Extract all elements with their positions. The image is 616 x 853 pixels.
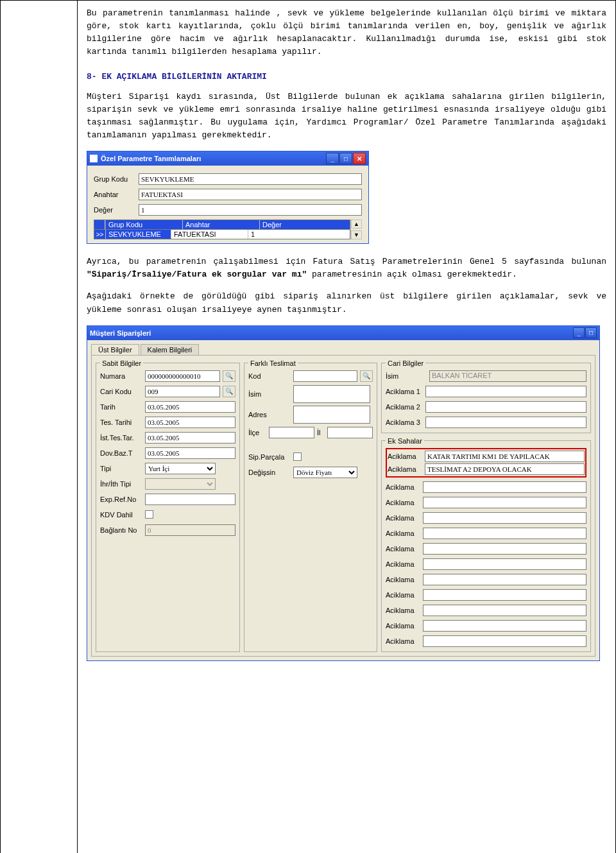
tipi-select[interactable]: Yurt İçi xyxy=(145,463,216,474)
section-8-title: 8- EK AÇIKLAMA BİLGİLERİNİN AKTARIMI xyxy=(87,72,606,82)
param-grid: Grup Kodu Anahtar Değer >> SEVKYUKLEME F… xyxy=(94,220,362,239)
scroll-up-button[interactable]: ▲ xyxy=(351,220,362,228)
ek-input[interactable] xyxy=(423,620,586,632)
ek-input[interactable] xyxy=(423,512,586,524)
grid-row-marker[interactable]: >> xyxy=(94,230,106,239)
cari-isim-label: İsim xyxy=(386,372,423,380)
doc-content: Bu parametrenin tanımlanması halinde , s… xyxy=(78,1,615,853)
grid-header-deger[interactable]: Değer xyxy=(260,220,350,229)
expref-label: Exp.Ref.No xyxy=(100,495,142,503)
numara-label: Numara xyxy=(100,372,142,380)
p3-bold: "Sipariş/İrsaliye/Fatura ek sorgular var… xyxy=(87,270,307,279)
ihrith-label: İhr/İth Tipi xyxy=(100,480,142,488)
adres-label: Adres xyxy=(248,411,291,418)
deger-label: Değer xyxy=(94,206,139,214)
ek-input[interactable] xyxy=(423,481,586,493)
sipparcala-label: Sip.Parçala xyxy=(248,453,291,461)
carikodu-input[interactable] xyxy=(145,386,220,397)
ek-label: Aciklama xyxy=(388,465,421,473)
p3-c: parametresinin açık olması gerekmektedir… xyxy=(307,270,517,279)
grid-cell-grup[interactable]: SEVKYUKLEME xyxy=(106,230,171,239)
aciklama3-input[interactable] xyxy=(425,417,586,428)
maximize-button[interactable]: □ xyxy=(339,153,352,164)
grup-kodu-input[interactable] xyxy=(139,173,362,185)
isttestar-input[interactable] xyxy=(145,432,235,444)
grid-cell-anahtar[interactable]: FATUEKTASI xyxy=(171,230,248,239)
sipparcala-checkbox[interactable] xyxy=(293,452,302,461)
kdvdahil-label: KDV Dahil xyxy=(100,511,142,519)
ihrith-select[interactable] xyxy=(145,478,216,490)
tarih-label: Tarih xyxy=(100,403,142,411)
ek-label: Aciklama xyxy=(386,545,419,553)
ek-input[interactable] xyxy=(423,543,586,555)
degissin-label: Değişsin xyxy=(248,469,291,476)
ek-input[interactable] xyxy=(423,605,586,616)
anahtar-label: Anahtar xyxy=(94,191,139,198)
deger-input[interactable] xyxy=(139,204,362,216)
baglanti-input xyxy=(145,524,235,536)
grid-cell-deger[interactable]: 1 xyxy=(248,230,350,239)
minimize-button[interactable]: _ xyxy=(326,153,339,164)
ek-input-2[interactable] xyxy=(425,463,585,475)
ek-input[interactable] xyxy=(423,635,586,647)
tab-ust-bilgiler[interactable]: Üst Bilgiler xyxy=(91,344,139,355)
isttestar-label: İst.Tes.Tar. xyxy=(100,434,142,442)
grid-header-grup[interactable]: Grup Kodu xyxy=(106,220,183,229)
il-input[interactable] xyxy=(327,427,373,438)
app-icon xyxy=(90,155,98,162)
ek-legend: Ek Sahalar xyxy=(386,437,424,445)
ek-label: Aciklama xyxy=(386,514,419,522)
ilce-label: İlçe xyxy=(248,429,266,436)
aciklama1-label: Aciklama 1 xyxy=(386,388,423,395)
highlighted-ek-rows: Aciklama Aciklama xyxy=(386,448,586,478)
tab-kalem-bilgileri[interactable]: Kalem Bilgileri xyxy=(141,344,200,355)
adres-textarea[interactable] xyxy=(293,406,370,424)
ek-input-1[interactable] xyxy=(425,451,585,462)
aciklama1-input[interactable] xyxy=(425,386,586,397)
ek-label: Aciklama xyxy=(388,452,421,460)
cari-legend: Cari Bilgiler xyxy=(386,359,425,367)
ek-label: Aciklama xyxy=(386,530,419,537)
il-label: İl xyxy=(317,429,325,436)
expref-input[interactable] xyxy=(145,494,235,505)
doc-left-column xyxy=(1,1,78,853)
numara-input[interactable] xyxy=(145,370,220,382)
ek-label: Aciklama xyxy=(386,637,419,645)
minimize-button[interactable]: _ xyxy=(573,327,585,338)
kod-input[interactable] xyxy=(293,370,357,382)
dovbaz-input[interactable] xyxy=(145,447,235,459)
teslimat-legend: Farklı Teslimat xyxy=(248,359,298,367)
ilce-input[interactable] xyxy=(269,427,314,438)
ek-input[interactable] xyxy=(423,497,586,508)
close-button[interactable]: ✕ xyxy=(353,153,366,164)
ek-input[interactable] xyxy=(423,528,586,539)
lookup-icon[interactable]: 🔍 xyxy=(223,386,235,397)
ek-sahalar-fieldset: Ek Sahalar Aciklama Aciklama Aciklama Ac… xyxy=(381,437,591,652)
p3-a: Ayrıca, bu parametrenin çalışabilmesi iç… xyxy=(87,257,606,266)
kdvdahil-checkbox[interactable] xyxy=(145,510,153,519)
tarih-input[interactable] xyxy=(145,401,235,413)
paragraph-2: Müşteri Siparişi kaydı sırasında, Üst Bi… xyxy=(87,90,606,142)
grid-corner xyxy=(94,220,105,230)
maximize-button[interactable]: □ xyxy=(585,327,597,338)
window-title: Özel Parametre Tanımlamaları xyxy=(101,155,201,162)
ek-input[interactable] xyxy=(423,574,586,585)
order-titlebar[interactable]: Müşteri Siparişleri _ □ xyxy=(87,326,599,340)
ek-label: Aciklama xyxy=(386,560,419,568)
ek-input[interactable] xyxy=(423,558,586,570)
baglanti-label: Bağlantı No xyxy=(100,526,142,534)
lookup-icon[interactable]: 🔍 xyxy=(223,370,235,382)
grid-header-anahtar[interactable]: Anahtar xyxy=(183,220,260,229)
window-titlebar[interactable]: Özel Parametre Tanımlamaları _ □ ✕ xyxy=(87,151,368,166)
anahtar-input[interactable] xyxy=(139,189,362,200)
aciklama2-label: Aciklama 2 xyxy=(386,403,423,411)
scroll-down-button[interactable]: ▼ xyxy=(351,230,362,239)
lookup-icon[interactable]: 🔍 xyxy=(360,370,373,382)
isim-textarea[interactable] xyxy=(293,385,370,403)
testarihi-input[interactable] xyxy=(145,417,235,428)
ek-input[interactable] xyxy=(423,589,586,601)
cari-isim-value: BALKAN TİCARET xyxy=(429,370,586,382)
sabit-legend: Sabit Bilgiler xyxy=(100,359,143,367)
aciklama2-input[interactable] xyxy=(425,401,586,413)
degissin-select[interactable]: Döviz Fiyatı xyxy=(293,467,357,478)
